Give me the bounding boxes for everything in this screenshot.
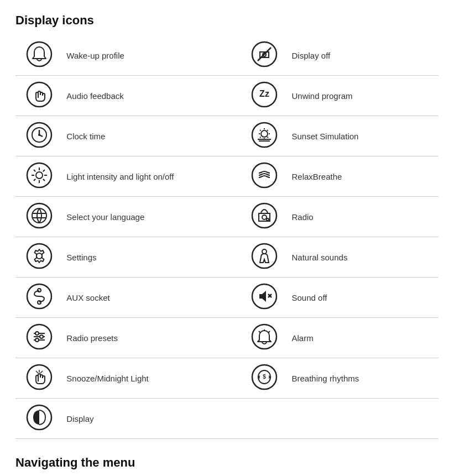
svg-point-36 [27, 203, 51, 228]
svg-line-32 [43, 179, 45, 181]
label-left: Wake-up profile [63, 35, 213, 76]
icon-cell-left [15, 35, 63, 76]
svg-point-41 [262, 215, 267, 219]
label-left: Audio feedback [63, 76, 213, 116]
spacer [213, 278, 241, 318]
svg-point-58 [40, 335, 43, 338]
navigating-menu-section: Navigating the menu [15, 456, 439, 476]
table-row: Light intensity and light on/offRelaxBre… [15, 156, 439, 197]
table-row: SettingsNatural sounds [15, 237, 439, 278]
label-right: Natural sounds [289, 237, 439, 278]
label-left: Select your language [63, 197, 213, 237]
label-left: Radio presets [63, 318, 213, 358]
icon-cell-right [241, 278, 288, 318]
icon-cell-right [241, 35, 288, 76]
icon-cell-left [15, 156, 63, 197]
spacer [213, 35, 241, 76]
svg-line-19 [260, 130, 261, 131]
icon-cell-left [15, 278, 63, 318]
svg-point-43 [27, 244, 51, 268]
icon-cell-right [241, 156, 288, 197]
label-right: Radio [289, 197, 439, 237]
spacer [213, 197, 241, 237]
svg-point-37 [32, 208, 46, 223]
icon-cell-right [241, 318, 288, 358]
spacer [213, 116, 241, 156]
svg-line-63 [268, 331, 270, 333]
table-row: Display [15, 399, 439, 439]
svg-point-26 [36, 172, 43, 179]
spacer [213, 237, 241, 278]
icon-cell-right [241, 237, 288, 278]
svg-point-64 [27, 365, 51, 389]
table-row: Snooze/Midnight Light$Breathing rhythms [15, 358, 439, 399]
icon-cell-left [15, 116, 63, 156]
icon-cell-left [15, 318, 63, 358]
svg-line-65 [36, 371, 38, 373]
table-row: Wake-up profileDisplay off [15, 35, 439, 76]
label-left: Snooze/Midnight Light [63, 358, 213, 399]
table-row: Radio presetsAlarm [15, 318, 439, 358]
icon-cell-right: $ [241, 358, 288, 399]
label-left: Settings [63, 237, 213, 278]
svg-point-13 [252, 123, 276, 147]
icon-cell-right [241, 197, 288, 237]
spacer [213, 399, 241, 439]
icon-cell-left [15, 197, 63, 237]
label-right: Display off [289, 35, 439, 76]
label-left: Light intensity and light on/off [63, 156, 213, 197]
icon-cell-left [15, 399, 63, 439]
svg-line-62 [259, 331, 260, 333]
svg-line-22 [267, 137, 268, 138]
svg-line-20 [267, 130, 268, 131]
svg-line-31 [34, 170, 35, 171]
svg-line-21 [260, 137, 261, 138]
svg-text:$: $ [263, 374, 267, 380]
icon-cell-right [241, 116, 288, 156]
svg-point-12 [38, 134, 40, 136]
svg-point-57 [35, 332, 39, 335]
nav-menu-title: Navigating the menu [15, 456, 439, 470]
label-left: Display [63, 399, 213, 439]
label-right: Sound off [289, 278, 439, 318]
display-icons-title: Display icons [15, 13, 439, 28]
label-right: Breathing rhythms [289, 358, 439, 399]
label-left: Clock time [63, 116, 213, 156]
label-right: Sunset Simulation [289, 116, 439, 156]
label-right: Unwind program [289, 76, 439, 116]
empty-cell [289, 399, 439, 439]
label-right: Alarm [289, 318, 439, 358]
table-row: Audio feedbackZzUnwind program [15, 76, 439, 116]
svg-text:Zz: Zz [259, 89, 269, 98]
label-left: AUX socket [63, 278, 213, 318]
svg-point-5 [27, 82, 51, 107]
svg-line-33 [43, 170, 45, 171]
svg-point-45 [252, 244, 276, 268]
icon-cell-left [15, 237, 63, 278]
icon-cell-left [15, 358, 63, 399]
table-row: Clock timeSunset Simulation [15, 116, 439, 156]
svg-point-46 [262, 249, 267, 254]
spacer [213, 318, 241, 358]
table-row: AUX socketSound off [15, 278, 439, 318]
icon-cell-right: Zz [241, 76, 288, 116]
svg-point-42 [267, 218, 269, 221]
spacer [213, 358, 241, 399]
icons-table: Wake-up profileDisplay offAudio feedback… [15, 35, 439, 439]
svg-point-44 [36, 253, 42, 259]
label-right: RelaxBreathe [289, 156, 439, 197]
svg-point-59 [35, 338, 39, 342]
svg-point-0 [27, 42, 51, 66]
icon-cell-left [15, 76, 63, 116]
svg-line-67 [40, 371, 43, 373]
empty-cell [241, 399, 288, 439]
svg-line-34 [34, 179, 35, 181]
svg-point-60 [252, 325, 276, 349]
spacer [213, 76, 241, 116]
table-row: Select your languageRadio [15, 197, 439, 237]
svg-point-14 [261, 130, 268, 137]
svg-point-25 [27, 163, 51, 187]
spacer [213, 156, 241, 197]
